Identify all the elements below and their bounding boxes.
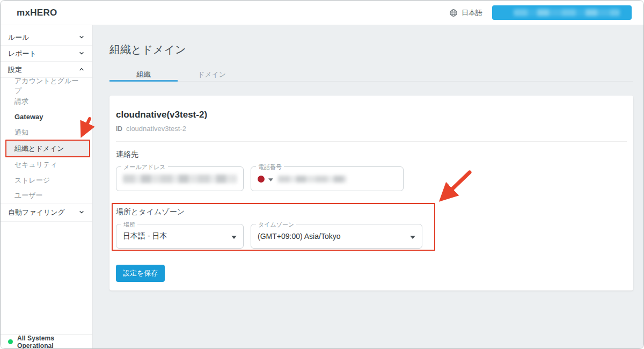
page-title: 組織とドメイン [109, 42, 633, 57]
language-label: 日本語 [462, 8, 482, 18]
globe-icon [449, 9, 458, 17]
sidebar-item-storage[interactable]: ストレージ [1, 172, 92, 188]
contact-section: 連絡先 メールアドレス 電話番号 [116, 150, 627, 191]
tab-organization[interactable]: 組織 [109, 70, 178, 81]
sidebar-item-gateway[interactable]: Gateway [1, 109, 92, 125]
sidebar-item-auto-filing[interactable]: 自動ファイリング [1, 203, 92, 222]
sidebar-item-org-domains[interactable]: 組織とドメイン [1, 140, 92, 157]
location-timezone-section: 場所とタイムゾーン 場所 日本語 - 日本 タイムゾーン (GMT+09:00)… [116, 207, 627, 249]
caret-down-icon [268, 174, 273, 184]
caret-down-icon [231, 231, 237, 241]
app-window: mxHERO 日本語 [0, 0, 644, 349]
organization-name: cloudnative(v3test-2) [116, 110, 627, 120]
contact-heading: 連絡先 [116, 150, 627, 159]
tab-domain[interactable]: ドメイン [178, 70, 246, 81]
email-field[interactable]: メールアドレス [116, 166, 244, 191]
sidebar-item-reports[interactable]: レポート [1, 46, 92, 62]
system-status-link[interactable]: All Systems Operational [1, 335, 92, 348]
main-content: 組織とドメイン 組織 ドメイン cloudnative(v3test-2) ID… [93, 25, 643, 348]
tab-bar: 組織 ドメイン [109, 70, 633, 82]
redacted-email-value [123, 174, 237, 183]
timezone-select-value: (GMT+09:00) Asia/Tokyo [258, 232, 406, 241]
location-select-label: 場所 [121, 221, 137, 229]
phone-field[interactable]: 電話番号 [251, 166, 404, 191]
timezone-select-label: タイムゾーン [256, 221, 296, 229]
top-bar-right: 日本語 [449, 5, 632, 20]
caret-down-icon [410, 231, 415, 241]
chevron-down-icon [78, 208, 85, 217]
organization-card: cloudnative(v3test-2) ID cloudnativev3te… [109, 96, 633, 290]
location-select-value: 日本語 - 日本 [123, 231, 227, 241]
timezone-select[interactable]: タイムゾーン (GMT+09:00) Asia/Tokyo [251, 224, 422, 249]
sidebar-item-billing[interactable]: 請求 [1, 93, 92, 109]
status-label: All Systems Operational [17, 335, 92, 349]
account-button-redacted[interactable] [492, 5, 632, 20]
location-select[interactable]: 場所 日本語 - 日本 [116, 224, 244, 249]
organization-id-value: cloudnativev3test-2 [126, 125, 186, 133]
location-heading: 場所とタイムゾーン [116, 207, 627, 217]
sidebar-item-rules[interactable]: ルール [1, 30, 92, 46]
chevron-up-icon [78, 65, 85, 75]
email-field-label: メールアドレス [121, 163, 168, 171]
sidebar-item-settings[interactable]: 設定 [1, 62, 92, 78]
japan-flag-icon[interactable] [258, 176, 265, 183]
sidebar: ルール レポート 設定 アカウントとグループ 請求 [1, 25, 93, 348]
redacted-account-text [514, 9, 620, 16]
chevron-down-icon [78, 49, 85, 59]
chevron-down-icon [78, 33, 85, 42]
sidebar-item-security[interactable]: セキュリティ [1, 157, 92, 172]
divider [116, 141, 627, 142]
brand-logo: mxHERO [17, 8, 57, 18]
language-switcher[interactable]: 日本語 [449, 8, 482, 18]
sidebar-item-accounts-groups[interactable]: アカウントとグループ [1, 78, 92, 93]
organization-id-label: ID [116, 125, 122, 133]
sidebar-item-notifications[interactable]: 通知 [1, 125, 92, 140]
phone-field-label: 電話番号 [256, 163, 284, 171]
status-green-dot-icon [8, 339, 13, 344]
organization-id-row: ID cloudnativev3test-2 [116, 125, 627, 133]
top-bar: mxHERO 日本語 [1, 1, 643, 25]
sidebar-item-users[interactable]: ユーザー [1, 188, 92, 203]
save-settings-button[interactable]: 設定を保存 [116, 265, 165, 282]
redacted-phone-value [278, 176, 347, 183]
